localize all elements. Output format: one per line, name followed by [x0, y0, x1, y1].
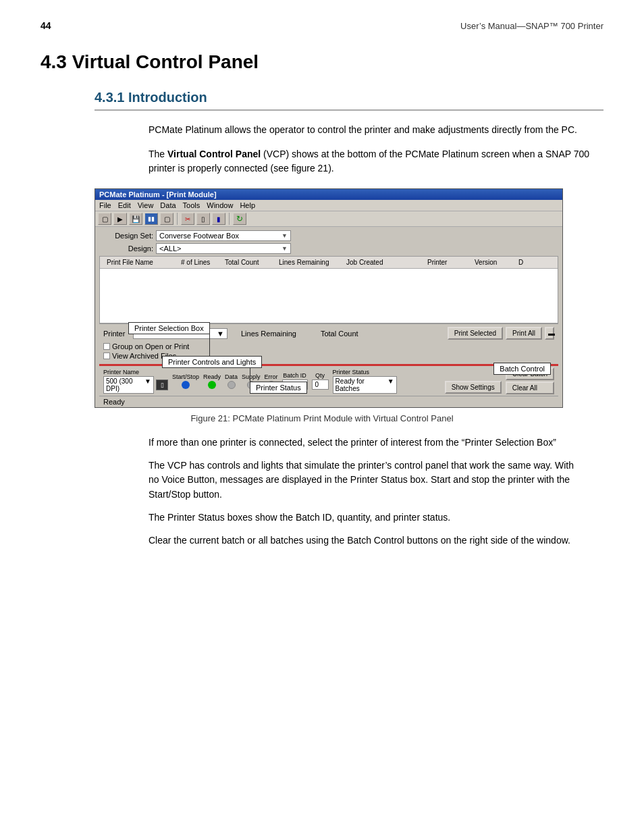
open-icon[interactable]: ▶ — [113, 213, 127, 225]
bold-vcp: Virtual Control Panel — [167, 149, 261, 159]
data-led — [227, 381, 236, 389]
manual-title: User’s Manual—SNAP™ 700 Printer — [460, 21, 603, 31]
clear-all-button[interactable]: Clear All — [506, 382, 554, 394]
start-stop-group: Start/Stop — [172, 373, 199, 389]
toolbar-separator — [177, 213, 178, 225]
ready-led-group: Ready — [203, 373, 221, 389]
ready-led — [208, 381, 216, 389]
subsection-title: 4.3.1 Introduction — [95, 90, 603, 111]
group-on-open-checkbox-box — [103, 343, 110, 350]
callout-line-printer-sel-v — [209, 330, 210, 357]
section-title: 4.3 Virtual Control Panel — [41, 51, 603, 73]
col-printer: Printer — [423, 258, 471, 267]
col-lines: # of Lines — [177, 258, 221, 267]
design-row: Design: <ALL> ▼ — [99, 243, 558, 254]
group-on-open-label: Group on Open or Print — [112, 342, 189, 350]
design-label: Design: — [99, 244, 153, 253]
vcp-statusbar: Printer Name 500 (300 DPI) ▼ ▯ — [99, 364, 558, 396]
print-all-button[interactable]: Print All — [506, 327, 542, 340]
menu-help[interactable]: Help — [240, 201, 255, 209]
col-d: D — [514, 258, 528, 267]
callout-printer-controls: Printer Controls and Lights — [162, 356, 262, 368]
printer-icon: ▯ — [156, 380, 168, 390]
design-set-input[interactable]: Converse Footwear Box ▼ — [156, 230, 291, 241]
menu-tools[interactable]: Tools — [183, 201, 200, 209]
app-content: Design Set: Converse Footwear Box ▼ Desi… — [95, 227, 562, 407]
app-titlebar: PCMate Platinum - [Print Module] — [95, 189, 562, 200]
data-led-group: Data — [225, 373, 238, 389]
design-input[interactable]: <ALL> ▼ — [156, 243, 291, 254]
menu-view[interactable]: View — [138, 201, 154, 209]
callout-batch-control: Batch Control — [493, 363, 551, 375]
col-total-count: Total Count — [221, 258, 275, 267]
printer-name-select[interactable]: 500 (300 DPI) ▼ — [103, 376, 154, 394]
menu-window[interactable]: Window — [207, 201, 233, 209]
job-table: Print File Name # of Lines Total Count L… — [99, 256, 558, 323]
printer-name-label: Printer Name — [103, 369, 139, 375]
page-header: 44 User’s Manual—SNAP™ 700 Printer — [41, 20, 603, 31]
intro-para1: PCMate Platinum allows the operator to c… — [149, 123, 590, 138]
lines-remaining-label: Lines Remaining — [241, 330, 296, 338]
callout-printer-selection: Printer Selection Box — [128, 322, 210, 334]
col-job-created: Job Created — [342, 258, 423, 267]
screenshot: PCMate Platinum - [Print Module] File Ed… — [95, 188, 563, 408]
printer-name-arrow-icon: ▼ — [144, 377, 151, 392]
col-print-file: Print File Name — [103, 258, 177, 267]
show-settings-button[interactable]: Show Settings — [445, 381, 502, 394]
printer-status-label: Printer Status — [333, 369, 370, 375]
copy-icon[interactable]: ▯ — [196, 213, 210, 225]
print-selected-button[interactable]: Print Selected — [448, 327, 503, 340]
vcp-printer-label: Printer — [103, 330, 129, 338]
vcp-buttons: Print Selected Print All ▬ — [448, 327, 554, 340]
menu-data[interactable]: Data — [160, 201, 176, 209]
group-on-open-checkbox[interactable]: Group on Open or Print — [103, 342, 554, 350]
app-toolbar: ▢ ▶ 💾 ▮▮ ▢ ✂ ▯ ▮ ↻ — [95, 211, 562, 227]
printer-name-group: Printer Name 500 (300 DPI) ▼ ▯ — [103, 369, 168, 394]
start-stop-label: Start/Stop — [172, 373, 199, 380]
toolbar-separator2 — [229, 213, 230, 225]
menu-edit[interactable]: Edit — [118, 201, 131, 209]
cut-icon[interactable]: ✂ — [181, 213, 194, 225]
printer-status-group: Printer Status Ready for Batches ▼ — [333, 369, 441, 394]
preview-icon[interactable]: ▢ — [160, 213, 173, 225]
refresh-icon[interactable]: ↻ — [233, 213, 246, 225]
printer-status-select[interactable]: Ready for Batches ▼ — [333, 376, 397, 394]
menu-file[interactable]: File — [99, 201, 111, 209]
design-arrow-icon: ▼ — [281, 245, 288, 252]
ready-led-label: Ready — [203, 373, 221, 380]
job-table-header: Print File Name # of Lines Total Count L… — [100, 257, 558, 269]
body-para-2: The VCP has controls and lights that sim… — [149, 459, 583, 502]
body-para-4: Clear the current batch or all batches u… — [149, 533, 583, 548]
print-icon[interactable]: ▮▮ — [144, 213, 158, 225]
app-menubar: File Edit View Data Tools Window Help — [95, 200, 562, 211]
save-icon[interactable]: 💾 — [129, 213, 142, 225]
printer-status-arrow-icon: ▼ — [387, 377, 394, 392]
qty-value: 0 — [312, 380, 329, 390]
intro-para2: The Virtual Control Panel (VCP) shows at… — [149, 147, 590, 176]
qty-group: Qty 0 — [312, 372, 329, 390]
paste-icon[interactable]: ▮ — [212, 213, 225, 225]
new-icon[interactable]: ▢ — [98, 213, 111, 225]
view-archived-checkbox-box — [103, 353, 110, 359]
col-lines-remaining: Lines Remaining — [275, 258, 342, 267]
design-set-row: Design Set: Converse Footwear Box ▼ — [99, 230, 558, 241]
design-set-label: Design Set: — [99, 232, 153, 240]
col-version: Version — [471, 258, 514, 267]
total-count-label: Total Count — [321, 330, 358, 338]
more-button[interactable]: ▬ — [545, 327, 554, 340]
callout-printer-status: Printer Status — [250, 382, 307, 394]
body-para-3: The Printer Status boxes show the Batch … — [149, 511, 583, 525]
job-table-body — [100, 269, 558, 323]
design-set-arrow-icon: ▼ — [281, 232, 288, 239]
printer-dropdown-arrow-icon: ▼ — [217, 330, 224, 338]
batch-id-label: Batch ID — [283, 372, 306, 379]
start-stop-led[interactable] — [182, 381, 190, 389]
ready-bar: Ready — [99, 396, 558, 407]
figure-caption: Figure 21: PCMate Platinum Print Module … — [95, 413, 549, 423]
error-led-label: Error — [265, 373, 278, 380]
data-led-label: Data — [225, 373, 238, 380]
page-number: 44 — [41, 20, 51, 31]
body-para-1: If more than one printer is connected, s… — [149, 436, 583, 450]
supply-led-label: Supply — [242, 373, 261, 380]
qty-label: Qty — [315, 372, 325, 379]
